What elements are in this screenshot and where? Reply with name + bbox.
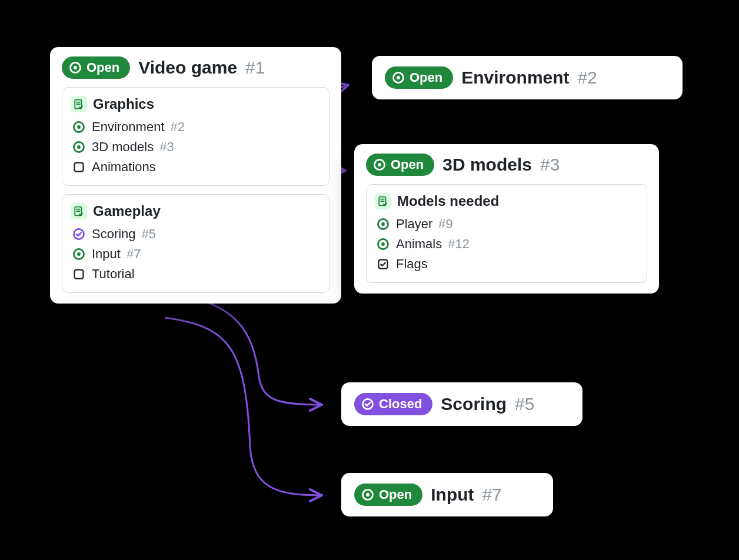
item-number: #5 (142, 226, 156, 242)
diagram-canvas: Open Video game #1 Graphics Environment … (0, 0, 739, 560)
issue-title: Scoring (441, 394, 507, 414)
tracked-item-3d-models[interactable]: 3D models #3 (71, 137, 319, 157)
tracked-item-environment[interactable]: Environment #2 (71, 117, 319, 137)
section-header: Gameplay (71, 203, 319, 219)
section-gameplay: Gameplay Scoring #5 Input #7 Tutorial (62, 194, 329, 293)
issue-open-icon (69, 61, 82, 74)
section-title: Graphics (93, 96, 154, 112)
issue-card-scoring[interactable]: Closed Scoring #5 (341, 382, 582, 426)
svg-point-11 (77, 252, 81, 256)
section-header: Graphics (71, 96, 319, 112)
checkbox-unchecked-icon (72, 267, 86, 281)
item-number: #12 (448, 236, 470, 252)
issue-open-icon (72, 120, 86, 134)
section-graphics: Graphics Environment #2 3D models #3 Ani… (62, 87, 329, 186)
issue-card-3d-models[interactable]: Open 3D models #3 Models needed Player #… (354, 144, 659, 294)
item-number: #3 (159, 139, 174, 155)
svg-point-25 (366, 493, 369, 496)
item-number: #7 (127, 246, 141, 262)
issue-open-icon (361, 488, 374, 501)
section-title: Models needed (397, 193, 499, 209)
svg-rect-12 (75, 270, 84, 279)
status-label: Closed (379, 396, 422, 412)
tracked-item-animals[interactable]: Animals #12 (375, 234, 637, 254)
issue-number: #5 (515, 394, 534, 414)
status-label: Open (379, 487, 412, 502)
issue-closed-icon (72, 227, 86, 241)
issue-open-icon (376, 217, 390, 231)
svg-point-19 (381, 222, 385, 226)
item-number: #2 (171, 119, 185, 135)
item-label: Environment (92, 119, 165, 135)
tasklist-icon (71, 203, 87, 219)
checkbox-checked-icon (376, 257, 390, 271)
card-header: Open 3D models #3 (366, 154, 647, 176)
status-badge-closed: Closed (354, 393, 432, 415)
svg-point-6 (77, 145, 81, 149)
issue-title: 3D models (442, 155, 532, 175)
status-badge-open: Open (385, 66, 453, 89)
issue-number: #1 (245, 58, 265, 78)
tracked-item-input[interactable]: Input #7 (71, 244, 319, 264)
item-label: 3D models (92, 139, 154, 155)
status-label: Open (86, 60, 119, 75)
svg-point-4 (77, 125, 81, 129)
tasklist-icon (71, 96, 87, 112)
issue-open-icon (72, 247, 86, 261)
issue-card-video-game[interactable]: Open Video game #1 Graphics Environment … (50, 47, 341, 304)
issue-title: Video game (138, 58, 237, 78)
card-header: Open Video game #1 (62, 56, 329, 79)
item-label: Tutorial (92, 266, 135, 282)
status-label: Open (410, 70, 442, 85)
issue-title: Input (431, 485, 474, 505)
card-header: Open Input #7 (354, 484, 540, 506)
tracked-item-player[interactable]: Player #9 (375, 214, 637, 234)
issue-number: #7 (482, 485, 502, 505)
svg-rect-7 (75, 163, 84, 172)
item-label: Input (92, 246, 121, 262)
tracked-item-tutorial[interactable]: Tutorial (71, 264, 319, 284)
section-title: Gameplay (93, 203, 161, 219)
tracked-item-scoring[interactable]: Scoring #5 (71, 224, 319, 244)
item-label: Animals (396, 236, 442, 252)
issue-title: Environment (461, 68, 569, 88)
svg-point-1 (74, 66, 77, 69)
item-number: #9 (438, 216, 452, 232)
issue-number: #3 (540, 155, 560, 175)
item-label: Animations (92, 159, 156, 175)
item-label: Player (396, 216, 432, 232)
tracked-item-flags[interactable]: Flags (375, 254, 637, 274)
section-header: Models needed (375, 193, 637, 209)
item-label: Scoring (92, 226, 136, 242)
svg-point-14 (397, 76, 400, 79)
status-badge-open: Open (354, 484, 422, 506)
issue-card-input[interactable]: Open Input #7 (341, 473, 553, 516)
svg-point-21 (381, 242, 385, 246)
status-badge-open: Open (62, 56, 130, 79)
issue-card-environment[interactable]: Open Environment #2 (372, 56, 683, 99)
issue-closed-icon (361, 398, 374, 411)
issue-open-icon (392, 71, 405, 84)
tracked-item-animations[interactable]: Animations (71, 157, 319, 177)
issue-open-icon (376, 237, 390, 251)
card-header: Open Environment #2 (385, 66, 670, 89)
tasklist-icon (375, 193, 391, 209)
issue-open-icon (72, 140, 86, 154)
status-label: Open (391, 157, 424, 172)
status-badge-open: Open (366, 154, 434, 176)
checkbox-unchecked-icon (72, 160, 86, 174)
issue-number: #2 (578, 68, 597, 88)
item-label: Flags (396, 256, 428, 272)
section-models-needed: Models needed Player #9 Animals #12 Flag… (366, 184, 647, 283)
issue-open-icon (373, 158, 386, 171)
svg-point-16 (378, 163, 381, 166)
card-header: Closed Scoring #5 (354, 393, 570, 415)
